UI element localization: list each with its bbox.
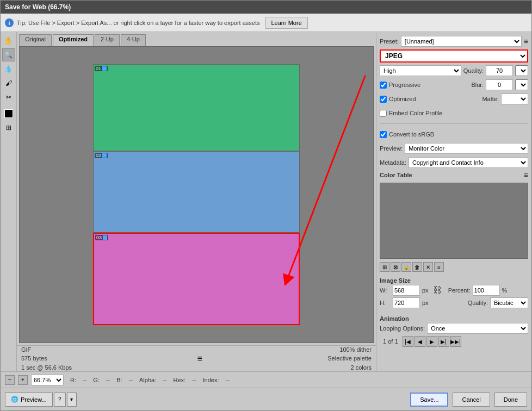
b-label: B: (116, 377, 122, 383)
optimized-checkbox[interactable] (380, 96, 387, 103)
status-left: GIF 575 bytes 1 sec @ 56.6 Kbps (21, 345, 72, 371)
height-row: H: px Quality: Bicubic (380, 297, 528, 308)
tab-4up[interactable]: 4-Up (121, 34, 146, 46)
percent-unit: % (502, 287, 508, 294)
g-value: -- (106, 377, 110, 383)
height-input[interactable] (393, 297, 420, 308)
tip-bar: i Tip: Use File > Export > Export As... … (1, 14, 531, 32)
preset-select[interactable]: [Unnamed] (401, 36, 522, 47)
anim-play-btn[interactable]: ▶ (426, 336, 437, 347)
tab-original[interactable]: Original (19, 34, 52, 46)
preview-select[interactable]: Monitor Color (405, 143, 528, 154)
title-text: Save for Web (66.7%) (5, 3, 71, 11)
embed-color-profile-checkbox[interactable] (380, 110, 387, 117)
matte-select[interactable] (501, 94, 528, 104)
slice-3: 03 (93, 233, 300, 325)
metadata-select[interactable]: Copyright and Contact Info (409, 157, 528, 168)
percent-input[interactable] (473, 285, 500, 296)
index-value: -- (225, 377, 229, 383)
slice-2: 02 (93, 151, 300, 233)
r-label: R: (70, 377, 76, 383)
learn-more-button[interactable]: Learn More (265, 17, 308, 29)
toggle-preview[interactable]: ⊞ (2, 121, 15, 134)
ct-delete-icon[interactable]: 🗑 (412, 262, 422, 272)
optimized-label: Optimized (389, 96, 416, 102)
width-input[interactable] (393, 285, 420, 296)
looping-row: Looping Options: Once (380, 323, 528, 334)
quality-input[interactable] (486, 65, 513, 76)
format-row: JPEG (380, 49, 528, 63)
save-button[interactable]: Save... (410, 393, 448, 407)
cancel-button[interactable]: Cancel (453, 393, 490, 407)
blur-input[interactable] (486, 79, 513, 90)
quality-preset-select[interactable]: High (380, 65, 461, 76)
ct-menu-icon[interactable]: ≡ (434, 262, 444, 272)
foreground-color[interactable] (2, 107, 15, 120)
convert-srgb-row: Convert to sRGB (380, 128, 528, 140)
image-size-label: Image Size (380, 277, 528, 284)
color-table-area (380, 183, 528, 259)
ct-new-icon[interactable]: ⊞ (380, 262, 389, 272)
convert-srgb-label: Convert to sRGB (389, 131, 434, 138)
quality-label: Quality: (463, 67, 484, 74)
quality-preset-row: High Quality: (380, 65, 528, 77)
status-zoom: 100% dither (327, 345, 372, 354)
ct-select-all-icon[interactable]: ⊠ (391, 262, 400, 272)
hex-value: -- (192, 377, 196, 383)
zoom-tool[interactable]: 🔍 (2, 48, 15, 61)
slice-2-label: 02 (95, 153, 108, 158)
metadata-row: Metadata: Copyright and Contact Info (380, 157, 528, 169)
done-button[interactable]: Done (494, 393, 527, 407)
slice-1: 01 (93, 64, 300, 151)
browser-icon: 🌐 (11, 396, 18, 403)
quality-resample-select[interactable]: Bicubic (490, 297, 528, 308)
anim-first-btn[interactable]: |◀ (403, 336, 413, 347)
anim-last-btn[interactable]: ▶▶| (450, 336, 461, 347)
right-panel: Preset: [Unnamed] ≡ JPEG High Quality: (376, 32, 531, 371)
blur-label: Blur: (471, 82, 484, 88)
optimized-row: Optimized Matte: (380, 93, 528, 105)
g-label: G: (93, 377, 100, 383)
preview-arrow-button[interactable]: ▾ (67, 393, 77, 407)
zoom-in-btn[interactable]: + (18, 375, 28, 385)
status-size: 575 bytes (21, 354, 72, 363)
help-button[interactable]: ? (54, 393, 66, 407)
progressive-checkbox[interactable] (380, 82, 387, 89)
width-unit: px (422, 287, 429, 294)
matte-label: Matte: (482, 96, 499, 102)
looping-select[interactable]: Once (427, 323, 528, 334)
eyedropper-tool[interactable]: 💧 (2, 63, 15, 76)
width-row: W: px ⛓ Percent: % (380, 285, 528, 296)
tip-text: Tip: Use File > Export > Export As... or… (17, 20, 260, 26)
convert-srgb-checkbox[interactable] (380, 131, 387, 138)
ct-lock-icon[interactable]: 🔒 (401, 262, 411, 272)
preset-menu-icon[interactable]: ≡ (524, 37, 528, 46)
tab-optimized[interactable]: Optimized (53, 34, 94, 46)
bottom-toolbar: − + 66.7% R: -- G: -- B: -- Alpha: -- He… (1, 371, 531, 388)
slice-tool[interactable]: ✂ (2, 91, 15, 104)
preview-row: Preview: Monitor Color (380, 142, 528, 154)
blur-arrow[interactable] (515, 79, 528, 90)
anim-controls: 1 of 1 |◀ ◀ ▶ ▶| ▶▶| (380, 336, 528, 347)
status-menu-icon[interactable]: ≡ (197, 354, 202, 364)
zoom-out-btn[interactable]: − (5, 375, 15, 385)
ct-delete2-icon[interactable]: ✕ (423, 262, 433, 272)
title-bar: Save for Web (66.7%) (1, 1, 531, 14)
link-icon: ⛓ (433, 285, 442, 295)
anim-counter: 1 of 1 (380, 338, 401, 345)
hand-tool[interactable]: ✋ (2, 34, 15, 47)
color-table-menu-icon[interactable]: ≡ (524, 171, 528, 179)
anim-next-btn[interactable]: ▶| (438, 336, 449, 347)
anim-prev-btn[interactable]: ◀ (415, 336, 425, 347)
canvas-panel: Original Optimized 2-Up 4-Up 01 (17, 32, 376, 371)
canvas-area: 01 02 03 (19, 46, 374, 343)
eyedropper2-tool[interactable]: 🖌 (2, 77, 15, 90)
quality-arrow[interactable] (515, 65, 528, 76)
preview-button[interactable]: 🌐 Preview... (5, 393, 53, 407)
image-size-section: Image Size W: px ⛓ Percent: % H: px (380, 276, 528, 310)
main-area: ✋ 🔍 💧 🖌 ✂ ⊞ Original Optimized 2-Up 4-Up (1, 32, 531, 371)
tab-2up[interactable]: 2-Up (95, 34, 120, 46)
format-select[interactable]: JPEG (380, 49, 528, 63)
percent-label: Percent: (448, 287, 471, 294)
zoom-select[interactable]: 66.7% (31, 375, 64, 385)
